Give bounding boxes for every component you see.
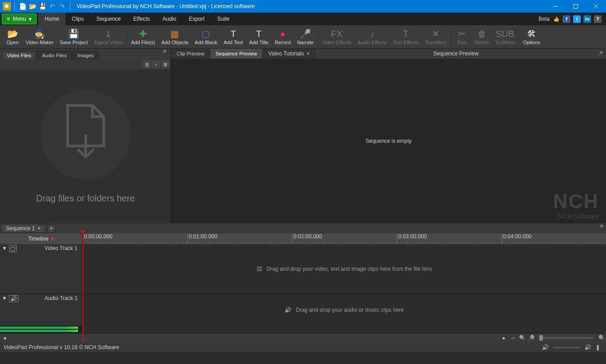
trim-icon: ✂: [456, 28, 467, 39]
zoom-in-icon[interactable]: 🔎: [527, 334, 536, 342]
add-objects-button[interactable]: ▦Add Objects: [158, 26, 192, 48]
zoom-slider[interactable]: [539, 337, 593, 339]
bin-tab-video[interactable]: Video Files: [2, 51, 36, 59]
text-effects-label: Text Effects: [393, 40, 419, 45]
record-icon: ●: [277, 28, 288, 39]
collapse-track-icon[interactable]: ▼: [2, 245, 7, 251]
ruler-tick: 0:02:00.000: [292, 233, 322, 244]
record-label: Record: [275, 40, 290, 45]
mute-icon[interactable]: 🔊: [540, 343, 550, 351]
speaker-icon: 🔊: [285, 307, 291, 313]
audio-track-label: Audio Track 1: [20, 295, 80, 301]
audio-track-drop-area[interactable]: 🔊 Drag and drop your audio or music clip…: [82, 294, 606, 326]
timeline-view-selector[interactable]: Timeline ▾: [0, 233, 82, 244]
popout-preview-icon[interactable]: [596, 49, 606, 59]
playhead[interactable]: [83, 233, 83, 341]
track-visible-icon[interactable]: ▢: [9, 245, 17, 252]
preview-tab-tutorials[interactable]: Video Tutorials ×: [263, 49, 316, 59]
add-files-button[interactable]: ✚Add File(s): [128, 26, 158, 48]
trim-button: ✂Trim: [452, 26, 472, 48]
popout-icon[interactable]: [162, 50, 169, 57]
add-text-button[interactable]: TAdd Text: [220, 26, 246, 48]
transition-label: Transition: [425, 40, 446, 45]
close-tab-icon[interactable]: ×: [307, 50, 310, 57]
bin-tab-images[interactable]: Images: [73, 51, 99, 59]
app-icon: ✸: [3, 2, 11, 10]
tab-sequence[interactable]: Sequence: [90, 13, 127, 25]
equalizer-icon[interactable]: |||: [592, 343, 602, 351]
narrate-label: Narrate: [297, 40, 314, 45]
add-title-button[interactable]: TAdd Title: [246, 26, 272, 48]
save-project-button[interactable]: 💾Save Project: [57, 26, 91, 48]
help-icon[interactable]: ?: [594, 15, 601, 23]
tab-export[interactable]: Export: [183, 13, 211, 25]
tab-audio[interactable]: Audio: [156, 13, 183, 25]
tab-clips[interactable]: Clips: [65, 13, 90, 25]
zoom-fit-icon[interactable]: 🔍: [597, 334, 606, 342]
preview-tab-clip[interactable]: Clip Preview: [171, 49, 210, 59]
add-title-label: Add Title: [249, 40, 269, 45]
audio-effects-label: Audio Effects: [358, 40, 387, 45]
add-blank-icon: ▢: [201, 28, 211, 39]
delete-bin-item-icon[interactable]: 🗑: [143, 60, 151, 68]
tab-suite[interactable]: Suite: [211, 13, 236, 25]
bin-drop-area[interactable]: Drag files or folders here: [0, 69, 171, 223]
statusbar: VideoPad Professional v 10.16 © NCH Soft…: [0, 342, 606, 352]
add-files-label: Add File(s): [131, 40, 155, 45]
sequence-tabstrip: Sequence 1 × +: [0, 223, 606, 233]
scroll-right-icon[interactable]: ▸: [500, 334, 509, 342]
new-project-icon[interactable]: 📄: [18, 2, 27, 10]
options-button[interactable]: 🛠Options: [520, 26, 543, 48]
ruler-tick: 0:03:00.000: [397, 233, 427, 244]
ruler-tick: 0:01:00.000: [187, 233, 217, 244]
open-button[interactable]: 📂Open: [3, 26, 23, 48]
fit-width-icon[interactable]: ↔: [509, 334, 518, 342]
add-bin-item-icon[interactable]: ＋: [152, 60, 160, 68]
close-sequence-icon[interactable]: ×: [37, 225, 41, 232]
sequence-tab-1[interactable]: Sequence 1 ×: [1, 224, 46, 233]
narrate-button[interactable]: 🎤Narrate: [294, 26, 317, 48]
bin-tab-audio[interactable]: Audio Files: [37, 51, 71, 59]
volume-up-icon[interactable]: 🔊: [583, 343, 592, 351]
video-effects-label: Video Effects: [322, 40, 351, 45]
add-sequence-button[interactable]: +: [47, 224, 55, 232]
undo-icon[interactable]: ↶: [48, 2, 56, 10]
timeline-ruler[interactable]: 0:00:00.0000:01:00.0000:02:00.0000:03:00…: [82, 233, 606, 244]
beta-label[interactable]: Beta: [538, 16, 550, 22]
add-objects-label: Add Objects: [161, 40, 188, 45]
nch-watermark: NCH NCH Software: [553, 190, 599, 220]
save-project-icon[interactable]: 💾: [38, 2, 46, 10]
volume-slider[interactable]: [553, 347, 580, 348]
linkedin-icon[interactable]: in: [583, 15, 591, 23]
twitter-icon[interactable]: t: [573, 15, 581, 23]
wizard-icon: 🧙: [34, 28, 45, 39]
window-title: VideoPad Professional by NCH Software - …: [75, 3, 545, 9]
track-mute-icon[interactable]: 🔊: [9, 295, 18, 302]
video-track-drop-area[interactable]: 🖼 Drag and drop your video, text and ima…: [82, 244, 606, 294]
zoom-out-icon[interactable]: 🔍: [518, 334, 527, 342]
minimize-button[interactable]: [545, 0, 565, 13]
transition-button: ✕Transition: [422, 26, 450, 48]
close-button[interactable]: [586, 0, 606, 13]
main-menu-button[interactable]: ≡ Menu ▾: [2, 14, 37, 24]
add-blank-button[interactable]: ▢Add Blank: [192, 26, 220, 48]
tab-effects[interactable]: Effects: [127, 13, 156, 25]
maximize-button[interactable]: [565, 0, 586, 13]
text-fx-icon: T: [400, 28, 411, 39]
preview-tab-sequence[interactable]: Sequence Preview: [210, 49, 263, 59]
list-view-icon[interactable]: ≣: [161, 60, 169, 68]
record-button[interactable]: ●Record: [271, 26, 294, 48]
like-icon[interactable]: 👍: [552, 15, 560, 23]
redo-icon[interactable]: ↷: [58, 2, 66, 10]
audio-fx-icon: ♪: [367, 28, 377, 39]
video-maker-button[interactable]: 🧙Video Maker: [23, 26, 57, 48]
facebook-icon[interactable]: f: [563, 15, 570, 23]
add-title-icon: T: [253, 28, 264, 39]
popout-timeline-icon[interactable]: [599, 224, 604, 230]
scroll-left-icon[interactable]: ◂: [0, 334, 9, 342]
tab-home[interactable]: Home: [38, 13, 65, 25]
collapse-track-icon[interactable]: ▼: [2, 295, 7, 301]
open-project-icon[interactable]: 📂: [28, 2, 37, 10]
svg-rect-1: [574, 5, 578, 9]
options-icon: 🛠: [526, 28, 537, 39]
